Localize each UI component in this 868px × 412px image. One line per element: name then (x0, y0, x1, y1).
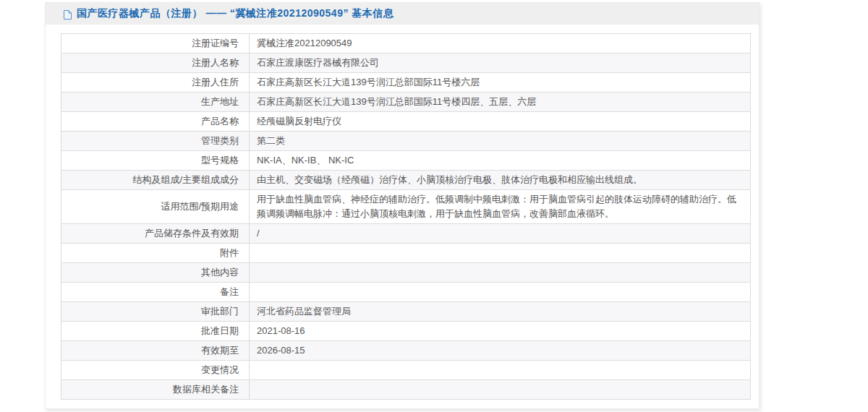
row-label: 备注 (61, 283, 250, 302)
row-label: 注册人住所 (61, 73, 250, 93)
row-value: 石家庄高新区长江大道139号润江总部国际11号楼四层、五层、六层 (250, 93, 751, 112)
row-value (250, 244, 751, 263)
table-row: 产品名称 经颅磁脑反射电疗仪 (61, 112, 751, 132)
row-value: 冀械注准20212090549 (250, 34, 751, 53)
table-row: 适用范围/预期用途 用于缺血性脑血管病、神经症的辅助治疗。低频调制中频电刺激：用… (61, 190, 751, 224)
row-value (250, 263, 751, 283)
row-label: 管理类别 (61, 132, 250, 151)
row-label: 附件 (61, 244, 250, 263)
row-label: 变更情况 (61, 361, 250, 380)
row-value: 2021-08-16 (250, 322, 751, 341)
table-row: 结构及组成/主要组成成分 由主机、交变磁场（经颅磁）治疗体、小脑顶核治疗电极、肢… (61, 171, 751, 190)
row-value: 2026-08-15 (250, 341, 751, 361)
table-row: 批准日期 2021-08-16 (61, 322, 751, 341)
row-value: 石家庄高新区长江大道139号润江总部国际11号楼六层 (250, 73, 751, 93)
row-label: 批准日期 (61, 322, 250, 341)
row-label: 注册人名称 (61, 53, 250, 73)
row-label: 适用范围/预期用途 (61, 190, 250, 224)
table-row: 备注 (61, 283, 751, 302)
panel-header: 国产医疗器械产品（注册） —— “冀械注准20212090549” 基本信息 (46, 3, 759, 25)
row-value: 河北省药品监督管理局 (250, 302, 751, 322)
row-label: 结构及组成/主要组成成分 (61, 171, 250, 190)
row-label: 审批部门 (61, 302, 250, 322)
table-row: 审批部门 河北省药品监督管理局 (61, 302, 751, 322)
row-label: 生产地址 (61, 93, 250, 112)
row-label: 产品储存条件及有效期 (61, 224, 250, 244)
row-label: 数据库相关备注 (61, 380, 250, 400)
table-wrapper: 注册证编号 冀械注准20212090549 注册人名称 石家庄渡康医疗器械有限公… (61, 33, 744, 400)
table-row: 生产地址 石家庄高新区长江大道139号润江总部国际11号楼四层、五层、六层 (61, 93, 751, 112)
row-label: 注册证编号 (61, 34, 250, 53)
row-value (250, 361, 751, 380)
row-value: NK-IA、NK-IB、 NK-IC (250, 151, 751, 171)
info-panel: 国产医疗器械产品（注册） —— “冀械注准20212090549” 基本信息 注… (45, 2, 760, 409)
row-value: / (250, 224, 751, 244)
table-row: 有效期至 2026-08-15 (61, 341, 751, 361)
row-label: 产品名称 (61, 112, 250, 132)
row-label: 其他内容 (61, 263, 250, 283)
page-title: 国产医疗器械产品（注册） —— “冀械注准20212090549” 基本信息 (77, 7, 393, 20)
page: 国产医疗器械产品（注册） —— “冀械注准20212090549” 基本信息 注… (0, 0, 868, 412)
table-row: 产品储存条件及有效期 / (61, 224, 751, 244)
row-label: 有效期至 (61, 341, 250, 361)
table-row: 注册证编号 冀械注准20212090549 (61, 34, 751, 53)
row-value (250, 380, 751, 400)
table-row: 型号规格 NK-IA、NK-IB、 NK-IC (61, 151, 751, 171)
table-row: 注册人住所 石家庄高新区长江大道139号润江总部国际11号楼六层 (61, 73, 751, 93)
table-row: 注册人名称 石家庄渡康医疗器械有限公司 (61, 53, 751, 73)
row-value: 第二类 (250, 132, 751, 151)
row-value: 由主机、交变磁场（经颅磁）治疗体、小脑顶核治疗电极、肢体治疗电极和相应输出线组成… (250, 171, 751, 190)
row-value: 用于缺血性脑血管病、神经症的辅助治疗。低频调制中频电刺激：用于脑血管病引起的肢体… (250, 190, 751, 224)
table-row: 其他内容 (61, 263, 751, 283)
table-row: 附件 (61, 244, 751, 263)
row-label: 型号规格 (61, 151, 250, 171)
table-row: 变更情况 (61, 361, 751, 380)
row-value (250, 283, 751, 302)
table-row: 数据库相关备注 (61, 380, 751, 400)
registration-info-table: 注册证编号 冀械注准20212090549 注册人名称 石家庄渡康医疗器械有限公… (61, 33, 751, 400)
row-value: 经颅磁脑反射电疗仪 (250, 112, 751, 132)
row-value: 石家庄渡康医疗器械有限公司 (250, 53, 751, 73)
document-icon (63, 9, 72, 20)
table-row: 管理类别 第二类 (61, 132, 751, 151)
